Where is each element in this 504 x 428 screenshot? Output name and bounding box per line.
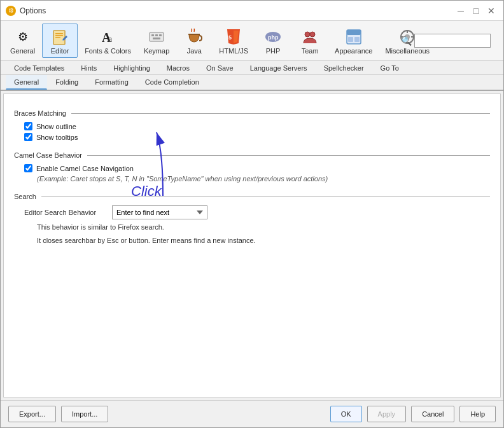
svg-text:a: a xyxy=(108,34,113,44)
gear-icon: ⚙ xyxy=(13,27,33,47)
tab-hints[interactable]: Hints xyxy=(73,61,105,74)
toolbar: ⚙ General Editor A a xyxy=(1,21,503,61)
main-panel: Click Braces Matching Show outline Show … xyxy=(3,93,501,397)
minimize-button[interactable]: ─ xyxy=(454,4,468,18)
ok-button[interactable]: OK xyxy=(330,406,362,422)
svg-text:php: php xyxy=(268,34,279,41)
camel-case-note: (Example: Caret stops at S, T, N in "Som… xyxy=(37,175,490,183)
search-icon-button[interactable]: 🔍 xyxy=(398,34,414,47)
tab-language-servers[interactable]: Language Servers xyxy=(242,61,316,74)
team-icon xyxy=(300,27,320,47)
show-outline-label: Show outline xyxy=(36,123,76,130)
tab-folding[interactable]: Folding xyxy=(47,75,87,90)
tab-macros[interactable]: Macros xyxy=(158,61,198,74)
svg-rect-9 xyxy=(151,34,154,36)
toolbar-item-team[interactable]: Team xyxy=(292,24,328,58)
tabs-row2: General Folding Formatting Code Completi… xyxy=(1,75,503,91)
show-tooltips-label: Show tooltips xyxy=(36,134,78,141)
php-icon: php xyxy=(263,27,283,47)
export-button[interactable]: Export... xyxy=(8,406,56,422)
maximize-button[interactable]: □ xyxy=(469,4,483,18)
toolbar-label-fonts: Fonts & Colors xyxy=(85,47,131,55)
svg-rect-24 xyxy=(354,37,360,42)
search-desc-line2: It closes searchbar by Esc or button. En… xyxy=(37,235,490,246)
braces-matching-header: Braces Matching xyxy=(14,109,490,117)
toolbar-item-keymap[interactable]: Keymap xyxy=(138,24,175,58)
toolbar-label-java: Java xyxy=(187,47,202,55)
help-button[interactable]: Help xyxy=(459,406,496,422)
toolbar-item-editor[interactable]: Editor xyxy=(42,24,78,58)
tab-general[interactable]: General xyxy=(6,75,47,90)
search-input[interactable] xyxy=(414,34,491,48)
enable-camel-case-label: Enable Camel Case Navigation xyxy=(36,165,134,172)
toolbar-item-html-js[interactable]: 5 HTML/JS xyxy=(213,24,254,58)
pencil-icon xyxy=(50,27,70,47)
editor-search-label: Editor Search Behavior xyxy=(24,209,107,216)
editor-search-dropdown[interactable]: Enter to find next Enter to close Disabl… xyxy=(112,205,207,219)
toolbar-label-html: HTML/JS xyxy=(219,47,248,55)
show-tooltips-checkbox[interactable] xyxy=(24,133,32,141)
svg-point-19 xyxy=(305,32,310,37)
tabs-row1: Code Templates Hints Highlighting Macros… xyxy=(1,61,503,75)
svg-rect-1 xyxy=(55,33,63,34)
tab-formatting[interactable]: Formatting xyxy=(87,75,137,90)
content-area: Code Templates Hints Highlighting Macros… xyxy=(1,61,503,400)
import-button[interactable]: Import... xyxy=(61,406,108,422)
toolbar-label-misc: Miscellaneous xyxy=(385,47,430,55)
close-button[interactable]: ✕ xyxy=(484,4,498,18)
svg-rect-2 xyxy=(55,35,63,36)
show-outline-checkbox[interactable] xyxy=(24,122,32,130)
svg-rect-10 xyxy=(155,34,158,36)
tab-spellchecker[interactable]: Spellchecker xyxy=(316,61,372,74)
svg-rect-3 xyxy=(55,37,60,38)
show-outline-row: Show outline xyxy=(24,122,490,130)
toolbar-label-php: PHP xyxy=(266,47,281,55)
title-bar-buttons: ─ □ ✕ xyxy=(454,4,498,18)
bottom-left: Export... Import... xyxy=(8,406,108,422)
search-header: Search xyxy=(14,193,490,200)
svg-rect-13 xyxy=(188,34,200,35)
toolbar-item-java[interactable]: Java xyxy=(176,24,212,58)
toolbar-label-editor: Editor xyxy=(51,47,69,55)
appearance-icon xyxy=(344,27,364,47)
tab-on-save[interactable]: On Save xyxy=(198,61,242,74)
options-window: ⚙ Options ─ □ ✕ ⚙ General xyxy=(0,0,504,428)
toolbar-label-general: General xyxy=(10,47,35,55)
window-title: Options xyxy=(20,6,46,15)
camel-case-header: Camel Case Behavior xyxy=(14,151,490,159)
svg-rect-22 xyxy=(347,30,361,35)
toolbar-item-fonts-colors[interactable]: A a Fonts & Colors xyxy=(79,24,137,58)
bottom-right: OK Apply Cancel Help xyxy=(330,406,496,422)
svg-rect-11 xyxy=(159,34,162,36)
toolbar-item-general[interactable]: ⚙ General xyxy=(4,24,41,58)
toolbar-label-keymap: Keymap xyxy=(144,47,169,55)
toolbar-search: 🔍 xyxy=(398,34,491,48)
fonts-icon: A a xyxy=(98,27,118,47)
svg-rect-8 xyxy=(150,32,164,41)
svg-rect-12 xyxy=(153,38,160,39)
svg-rect-23 xyxy=(348,37,353,42)
editor-search-behavior-row: Editor Search Behavior Enter to find nex… xyxy=(24,205,490,219)
keymap-icon xyxy=(146,27,167,47)
tab-code-completion[interactable]: Code Completion xyxy=(137,75,207,90)
coffee-icon xyxy=(184,27,204,47)
svg-point-20 xyxy=(310,32,315,37)
title-bar: ⚙ Options ─ □ ✕ xyxy=(1,1,503,21)
apply-button[interactable]: Apply xyxy=(367,406,407,422)
show-tooltips-row: Show tooltips xyxy=(24,133,490,141)
tab-highlighting[interactable]: Highlighting xyxy=(105,61,158,74)
toolbar-item-appearance[interactable]: Appearance xyxy=(329,24,378,58)
cancel-button[interactable]: Cancel xyxy=(411,406,454,422)
tab-code-templates[interactable]: Code Templates xyxy=(6,61,73,74)
svg-text:5: 5 xyxy=(228,34,232,41)
search-desc-line1: This behavior is similar to Firefox sear… xyxy=(37,222,490,233)
enable-camel-case-row: Enable Camel Case Navigation xyxy=(24,164,490,172)
enable-camel-case-checkbox[interactable] xyxy=(24,164,32,172)
bottom-bar: Export... Import... OK Apply Cancel Help xyxy=(1,400,503,427)
toolbar-item-php[interactable]: php PHP xyxy=(255,24,291,58)
toolbar-label-team: Team xyxy=(302,47,319,55)
tab-go-to[interactable]: Go To xyxy=(372,61,407,74)
title-bar-left: ⚙ Options xyxy=(6,6,46,16)
html-icon: 5 xyxy=(223,27,244,47)
toolbar-label-appearance: Appearance xyxy=(335,47,372,55)
